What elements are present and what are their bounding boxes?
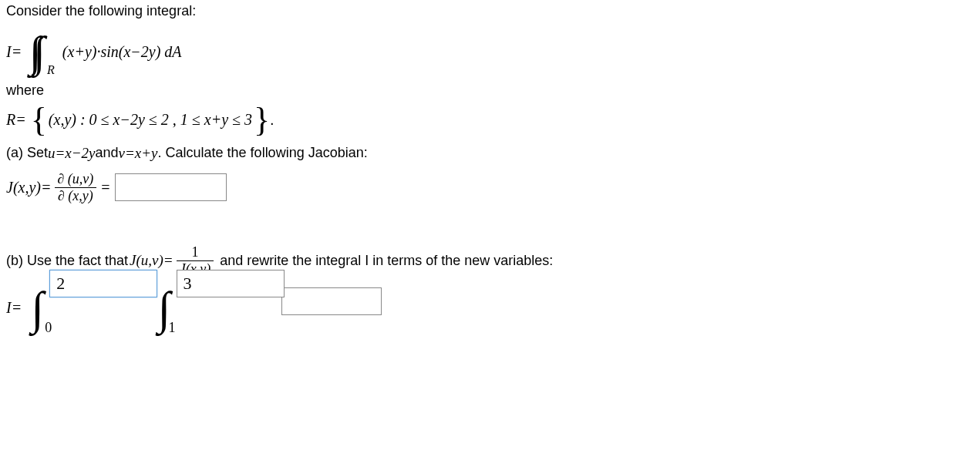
v-def: v=x+y [119, 145, 158, 162]
jacobian-lhs: J(x,y)= [6, 179, 51, 197]
text: Consider the following integral: [6, 3, 196, 19]
part-b-integral-row: I= 2 ∫ 0 3 ∫ 1 [6, 285, 974, 331]
text-prefix: (b) Use the fact that [6, 253, 128, 269]
integral-subscript: R [47, 64, 55, 76]
double-integral-symbol: ∫∫ R [29, 30, 45, 73]
intro-text: Consider the following integral: [6, 3, 974, 19]
jacobian-numerator: ∂ (u,v) [54, 171, 96, 187]
I-label: I= [6, 43, 22, 61]
outer-lower-bound: 0 [45, 320, 52, 336]
integrand-answer-input[interactable] [281, 287, 382, 315]
jacobian-denominator: ∂ (x,y) [55, 187, 96, 204]
text: where [6, 82, 44, 99]
outer-upper-bound-input[interactable]: 2 [49, 270, 157, 297]
jacobian-fraction: ∂ (u,v) ∂ (x,y) [54, 171, 96, 204]
text-suffix: and rewrite the integral I in terms of t… [220, 253, 553, 269]
text-prefix: (a) Set [6, 145, 48, 161]
equals: = [101, 179, 109, 197]
integrand: (x+y)·sin(x−2y) dA [62, 43, 182, 61]
inner-integral: 3 ∫ 1 [158, 285, 170, 331]
close-brace: } [254, 105, 270, 136]
region-text: (x,y) : 0 ≤ x−2y ≤ 2 , 1 ≤ x+y ≤ 3 [49, 111, 252, 129]
text-and: and [96, 145, 119, 161]
I-label-b: I= [6, 299, 22, 317]
u-def: u=x−2y [48, 145, 96, 162]
inner-upper-bound-input[interactable]: 3 [177, 270, 285, 297]
text-suffix: . Calculate the following Jacobian: [158, 145, 368, 161]
region-definition: R= { (x,y) : 0 ≤ x−2y ≤ 2 , 1 ≤ x+y ≤ 3 … [6, 105, 974, 136]
where-text: where [6, 82, 974, 99]
juv-lhs: J(u,v)= [130, 252, 173, 269]
R-label: R= [6, 111, 26, 129]
outer-integral: 2 ∫ 0 [31, 285, 43, 331]
jacobian-answer-input[interactable] [115, 173, 227, 201]
frac-num: 1 [188, 244, 201, 260]
inner-lower-bound: 1 [169, 320, 176, 336]
open-brace: { [31, 105, 47, 136]
integral-definition: I= ∫∫ R (x+y)·sin(x−2y) dA [6, 30, 182, 73]
period: . [270, 111, 274, 129]
part-a-text: (a) Set u=x−2y and v=x+y . Calculate the… [6, 145, 974, 162]
jacobian-line: J(x,y)= ∂ (u,v) ∂ (x,y) = [6, 171, 974, 204]
integral-symbol-outer: ∫ [31, 283, 43, 334]
